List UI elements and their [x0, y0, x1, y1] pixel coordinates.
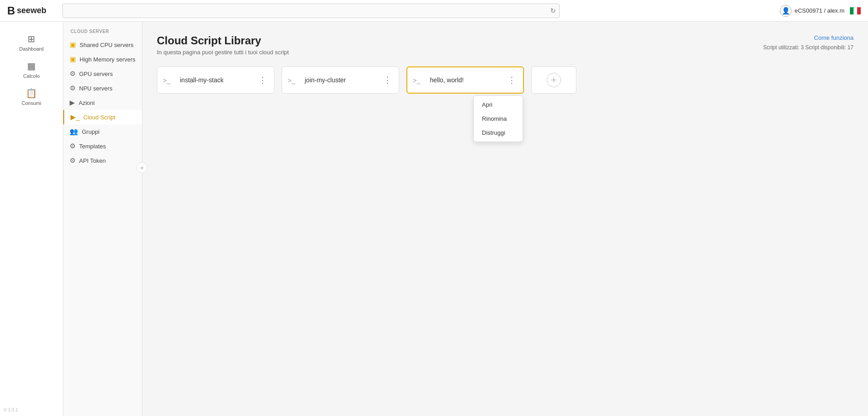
content-header: Cloud Script Library In questa pagina pu…: [157, 34, 854, 56]
script-name-1: install-my-stack: [180, 76, 252, 84]
search-container: ↻: [62, 4, 560, 18]
script-card-3[interactable]: >_ hello, world! ⋮ Apri Rinomina Distrug…: [406, 66, 524, 94]
script-menu-button-1[interactable]: ⋮: [257, 75, 269, 85]
language-flag[interactable]: [850, 7, 861, 14]
npu-label: NPU servers: [79, 85, 113, 92]
shared-cpu-label: Shared CPU servers: [80, 42, 133, 48]
sidebar-item-consumi[interactable]: 📋 Consumi: [4, 83, 59, 110]
page-subtitle: In questa pagina puoi gestire tutti i tu…: [157, 49, 289, 56]
collapse-sidebar-button[interactable]: «: [137, 162, 147, 173]
logo-seeweb: seeweb: [17, 6, 46, 15]
sidebar-item-consumi-label: Consumi: [22, 100, 41, 106]
high-memory-label: High Memory servers: [80, 56, 136, 63]
high-memory-icon: ▣: [70, 55, 76, 63]
script-prompt-2: >_: [288, 76, 300, 84]
left-panel-item-cloud-script[interactable]: ▶_ Cloud Script: [63, 110, 142, 124]
left-panel: CLOUD SERVER ▣ Shared CPU servers ▣ High…: [63, 22, 142, 416]
logo-b: B: [7, 5, 15, 17]
come-funziona-link[interactable]: Come funziona: [763, 34, 854, 41]
script-name-2: join-my-cluster: [305, 76, 377, 84]
refresh-icon[interactable]: ↻: [550, 7, 556, 15]
dropdown-item-distruggi[interactable]: Distruggi: [474, 126, 523, 140]
script-card-1[interactable]: >_ install-my-stack ⋮: [157, 66, 274, 94]
add-script-icon: +: [547, 73, 561, 87]
gruppi-icon: 👥: [70, 128, 78, 136]
script-context-menu: Apri Rinomina Distruggi: [473, 95, 523, 142]
flag-white: [854, 7, 857, 14]
gpu-label: GPU servers: [79, 71, 113, 77]
page-title: Cloud Script Library: [157, 34, 289, 47]
user-label: eCS00971 / alex.m: [794, 7, 844, 14]
left-panel-item-gpu[interactable]: ⚙ GPU servers: [63, 66, 142, 81]
azioni-icon: ▶: [70, 99, 75, 107]
gpu-icon: ⚙: [70, 70, 75, 78]
left-panel-item-shared-cpu[interactable]: ▣ Shared CPU servers: [63, 38, 142, 52]
left-panel-item-high-memory[interactable]: ▣ High Memory servers: [63, 52, 142, 66]
italian-flag: [850, 7, 861, 14]
user-avatar-icon: 👤: [780, 5, 792, 17]
script-stats: Script utilizzati: 3 Script disponibili:…: [763, 44, 854, 51]
search-input[interactable]: [62, 4, 560, 18]
left-panel-item-gruppi[interactable]: 👥 Gruppi: [63, 124, 142, 139]
script-prompt-3: >_: [413, 76, 425, 84]
left-panel-item-templates[interactable]: ⚙ Templates: [63, 139, 142, 153]
script-name-3: hello, world!: [430, 76, 501, 84]
cloud-server-section-label: CLOUD SERVER: [63, 27, 142, 38]
left-panel-item-npu[interactable]: ⚙ NPU servers: [63, 81, 142, 95]
script-card-2[interactable]: >_ join-my-cluster ⋮: [282, 66, 399, 94]
consumi-icon: 📋: [26, 88, 37, 99]
dropdown-item-apri[interactable]: Apri: [474, 98, 523, 112]
sidebar-item-calcolo[interactable]: ▦ Calcolo: [4, 56, 59, 83]
dashboard-icon: ⊞: [28, 33, 35, 44]
user-info[interactable]: 👤 eCS00971 / alex.m: [780, 5, 844, 17]
cloud-script-label: Cloud Script: [83, 114, 115, 121]
scripts-grid: >_ install-my-stack ⋮ >_ join-my-cluster…: [157, 66, 854, 94]
azioni-label: Azioni: [79, 99, 94, 106]
add-script-card[interactable]: +: [531, 66, 576, 94]
npu-icon: ⚙: [70, 84, 75, 92]
sidebar-item-dashboard-label: Dashboard: [19, 46, 44, 52]
main-content: Cloud Script Library In questa pagina pu…: [142, 22, 868, 416]
header-right: Come funziona Script utilizzati: 3 Scrip…: [763, 34, 854, 51]
version-label: V 1.0.1: [4, 407, 18, 412]
left-panel-item-azioni[interactable]: ▶ Azioni: [63, 95, 142, 110]
script-menu-button-2[interactable]: ⋮: [382, 75, 393, 85]
calcolo-icon: ▦: [27, 61, 36, 71]
cloud-script-icon: ▶_: [71, 113, 80, 121]
api-token-label: API Token: [79, 157, 106, 164]
topbar-right: 👤 eCS00971 / alex.m: [780, 5, 861, 17]
page-header-left: Cloud Script Library In questa pagina pu…: [157, 34, 289, 56]
main-layout: ⊞ Dashboard ▦ Calcolo 📋 Consumi V 1.0.1 …: [0, 22, 868, 416]
flag-red: [857, 7, 861, 14]
topbar: Bseeweb ↻ 👤 eCS00971 / alex.m: [0, 0, 868, 22]
left-panel-item-api-token[interactable]: ⚙ API Token: [63, 153, 142, 168]
flag-green: [850, 7, 854, 14]
sidebar: ⊞ Dashboard ▦ Calcolo 📋 Consumi V 1.0.1: [0, 22, 63, 416]
templates-icon: ⚙: [70, 142, 75, 150]
shared-cpu-icon: ▣: [70, 41, 76, 49]
sidebar-item-calcolo-label: Calcolo: [23, 73, 40, 79]
dropdown-item-rinomina[interactable]: Rinomina: [474, 112, 523, 126]
gruppi-label: Gruppi: [82, 128, 99, 135]
script-menu-button-3[interactable]: ⋮: [506, 75, 518, 85]
templates-label: Templates: [79, 143, 106, 150]
sidebar-item-dashboard[interactable]: ⊞ Dashboard: [4, 29, 59, 56]
script-prompt-1: >_: [163, 76, 175, 84]
api-token-icon: ⚙: [70, 156, 75, 165]
logo[interactable]: Bseeweb: [7, 5, 57, 17]
